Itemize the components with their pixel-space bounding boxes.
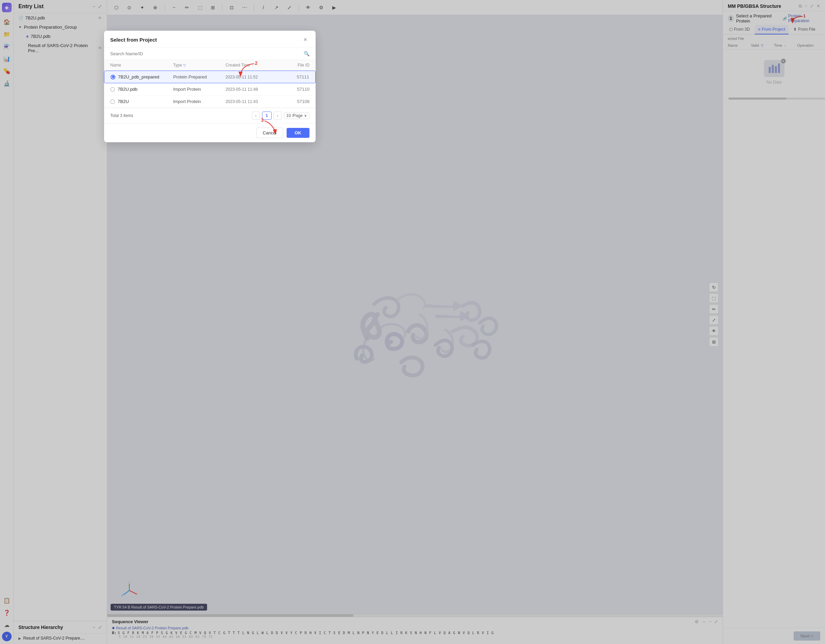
modal-col-fileid-header: File ID bbox=[278, 63, 309, 68]
modal-row1-name-text: 7B2U_pdb_prepared bbox=[118, 74, 159, 79]
modal-row3-type: Import Protein bbox=[173, 99, 226, 104]
modal-total-items: Total 3 items bbox=[110, 113, 133, 118]
modal-row2-time: 2023-05-11 11:48 bbox=[226, 87, 278, 92]
modal-ok-button[interactable]: OK bbox=[287, 128, 310, 138]
modal-col-time-header: Created Time ↕ bbox=[226, 63, 278, 68]
modal-row2-radio[interactable] bbox=[110, 87, 115, 92]
modal-row-1[interactable]: 7B2U_pdb_prepared Protein Prepared 2023-… bbox=[104, 71, 315, 83]
modal-row2-name-text: 7B2U.pdb bbox=[118, 86, 138, 92]
modal-row1-radio[interactable] bbox=[111, 75, 115, 79]
modal-row1-time: 2023-05-11 11:52 bbox=[226, 75, 278, 79]
pagination-next-btn[interactable]: › bbox=[273, 111, 282, 120]
modal-header: Select from Project ✕ bbox=[104, 31, 315, 48]
modal-row3-fileid: 57108 bbox=[278, 99, 309, 104]
modal-row1-fileid: 57111 bbox=[278, 74, 309, 79]
modal-actions: Cancel OK bbox=[104, 123, 315, 142]
modal-search-input[interactable] bbox=[110, 51, 301, 56]
modal-row2-fileid: 57110 bbox=[278, 86, 309, 92]
modal-search-icon: 🔍 bbox=[304, 51, 309, 56]
modal-col-name-header: Name bbox=[110, 63, 173, 68]
modal-search-area: 🔍 bbox=[104, 48, 315, 60]
pagination-per-page-select[interactable]: 10 /Page ∨ bbox=[284, 112, 309, 119]
pagination-controls: ‹ 1 › 10 /Page ∨ bbox=[252, 111, 309, 120]
modal-row3-radio[interactable] bbox=[110, 99, 115, 104]
modal-row1-type: Protein Prepared bbox=[173, 74, 226, 79]
modal-close-button[interactable]: ✕ bbox=[301, 36, 309, 44]
modal-row-2[interactable]: 7B2U.pdb Import Protein 2023-05-11 11:48… bbox=[104, 83, 315, 96]
modal-row2-type: Import Protein bbox=[173, 86, 226, 92]
modal-row3-time: 2023-05-11 11:43 bbox=[226, 99, 278, 104]
per-page-label: 10 /Page bbox=[286, 113, 303, 118]
modal-title: Select from Project bbox=[110, 37, 157, 43]
modal-table-header: Name Type ▽ Created Time ↕ File ID bbox=[104, 60, 315, 71]
modal-table-body: 7B2U_pdb_prepared Protein Prepared 2023-… bbox=[104, 71, 315, 108]
modal-row3-name: 7B2U bbox=[110, 99, 173, 104]
per-page-chevron-icon: ∨ bbox=[304, 113, 307, 118]
pagination-current-page[interactable]: 1 bbox=[262, 111, 272, 120]
modal-overlay: Select from Project ✕ 🔍 Name Type ▽ Crea… bbox=[0, 0, 825, 644]
modal-row1-name: 7B2U_pdb_prepared bbox=[111, 74, 173, 79]
modal-row-3[interactable]: 7B2U Import Protein 2023-05-11 11:43 571… bbox=[104, 96, 315, 108]
modal-cancel-button[interactable]: Cancel bbox=[256, 128, 283, 138]
modal-pagination: Total 3 items ‹ 1 › 10 /Page ∨ bbox=[104, 108, 315, 123]
pagination-prev-btn[interactable]: ‹ bbox=[252, 111, 260, 120]
modal-col-type-header: Type ▽ bbox=[173, 63, 226, 68]
select-from-project-modal: Select from Project ✕ 🔍 Name Type ▽ Crea… bbox=[104, 31, 315, 142]
modal-type-filter-icon[interactable]: ▽ bbox=[183, 63, 186, 67]
modal-row2-name: 7B2U.pdb bbox=[110, 86, 173, 92]
modal-time-sort-icon[interactable]: ↕ bbox=[252, 63, 253, 67]
modal-row3-name-text: 7B2U bbox=[118, 99, 129, 104]
